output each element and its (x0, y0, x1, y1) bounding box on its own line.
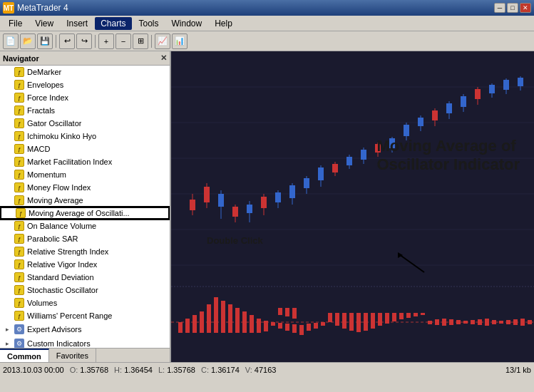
svg-rect-99 (456, 320, 461, 324)
indicator-icon-demarker: ƒ (14, 67, 24, 77)
indicator-obv[interactable]: ƒ On Balance Volume (0, 220, 170, 232)
indicator-mfi[interactable]: ƒ Market Facilitation Index (0, 155, 170, 168)
toolbar-btn-4[interactable]: ↩ (59, 33, 75, 49)
indicator-money-flow[interactable]: ƒ Money Flow Index (0, 181, 170, 194)
svg-rect-20 (261, 197, 267, 208)
toolbar-btn-6[interactable]: + (98, 33, 114, 49)
chart-area[interactable]: Moving Average of Oscillator Indicator D… (171, 51, 534, 362)
svg-rect-48 (461, 96, 466, 107)
indicator-label-rsi: Relative Strength Index (26, 247, 108, 256)
svg-rect-89 (385, 313, 389, 324)
toolbar-btn-2[interactable]: 📂 (20, 33, 36, 49)
svg-rect-87 (371, 313, 375, 329)
tab-favorites[interactable]: Favorites (49, 349, 96, 362)
menu-bar: File View Insert Charts Tools Window Hel… (0, 16, 534, 31)
toolbar-btn-9[interactable]: 📈 (155, 33, 170, 49)
svg-rect-92 (406, 313, 411, 318)
menu-help[interactable]: Help (209, 17, 238, 30)
expert-advisors-header[interactable]: ▸ ⚙ Expert Advisors (0, 322, 170, 336)
toolbar-btn-10[interactable]: 📊 (172, 33, 188, 49)
indicator-fractals[interactable]: ƒ Fractals (0, 104, 170, 117)
indicator-force-index[interactable]: ƒ Force Index (0, 91, 170, 104)
indicator-label-parabolic: Parabolic SAR (26, 234, 78, 243)
navigator-close-button[interactable]: ✕ (160, 53, 167, 63)
indicator-demarker[interactable]: ƒ DeMarker (0, 66, 170, 78)
indicator-volumes[interactable]: ƒ Volumes (0, 296, 170, 309)
indicator-label-gator: Gator Oscillator (26, 119, 81, 128)
indicator-parabolic[interactable]: ƒ Parabolic SAR (0, 232, 170, 245)
svg-rect-94 (421, 313, 425, 315)
svg-rect-103 (485, 319, 489, 326)
navigator-panel: Navigator ✕ ƒ DeMarker ƒ Envelopes ƒ For… (0, 51, 171, 362)
indicator-rvi[interactable]: ƒ Relative Vigor Index (0, 258, 170, 271)
svg-rect-67 (250, 315, 254, 333)
indicator-gator[interactable]: ƒ Gator Oscillator (0, 117, 170, 130)
indicator-ichimoku[interactable]: ƒ Ichimoku Kinko Hyo (0, 130, 170, 143)
custom-indicators-header[interactable]: ▸ ⚙ Custom Indicators (0, 336, 170, 348)
indicator-icon-williams: ƒ (14, 311, 24, 321)
toolbar-sep-1 (56, 35, 56, 48)
svg-rect-58 (185, 319, 190, 333)
svg-rect-56 (518, 78, 523, 86)
svg-rect-10 (190, 200, 195, 210)
menu-window[interactable]: Window (166, 17, 208, 30)
indicator-rsi[interactable]: ƒ Relative Strength Index (0, 245, 170, 258)
toolbar-btn-3[interactable]: 💾 (37, 33, 53, 49)
svg-rect-84 (349, 313, 354, 331)
chart-svg (171, 51, 534, 362)
svg-rect-40 (404, 125, 409, 136)
indicator-label-obv: On Balance Volume (26, 222, 96, 230)
svg-rect-46 (446, 103, 452, 113)
menu-charts[interactable]: Charts (95, 17, 131, 30)
menu-view[interactable]: View (29, 17, 59, 30)
svg-rect-85 (356, 313, 361, 332)
tab-common[interactable]: Common (0, 349, 49, 362)
maximize-button[interactable]: □ (507, 3, 518, 13)
ci-folder-icon: ⚙ (14, 339, 24, 348)
indicator-icon-parabolic: ƒ (14, 234, 24, 244)
indicator-label-rvi: Relative Vigor Index (26, 260, 97, 269)
minimize-button[interactable]: ─ (494, 3, 505, 13)
indicator-icon-fractals: ƒ (14, 105, 24, 115)
navigator-content[interactable]: ƒ DeMarker ƒ Envelopes ƒ Force Index ƒ F… (0, 66, 170, 348)
status-info: 13/1 kb (505, 366, 531, 374)
menu-file[interactable]: File (3, 17, 28, 30)
status-close: C: 1.36174 (201, 366, 240, 374)
indicator-icon-ma: ƒ (14, 195, 24, 205)
indicator-macd[interactable]: ƒ MACD (0, 143, 170, 155)
svg-rect-77 (299, 325, 304, 335)
indicator-momentum[interactable]: ƒ Momentum (0, 168, 170, 181)
svg-rect-59 (192, 315, 197, 333)
menu-insert[interactable]: Insert (61, 17, 93, 30)
toolbar-sep-3 (151, 35, 152, 48)
svg-rect-22 (275, 192, 281, 202)
toolbar-sep-2 (95, 35, 96, 48)
svg-rect-32 (346, 157, 352, 165)
indicator-label-force: Force Index (26, 93, 68, 102)
indicator-mao[interactable]: ƒ Moving Average of Oscillati... (0, 207, 170, 220)
toolbar-btn-1[interactable]: 📄 (3, 33, 19, 49)
svg-rect-60 (200, 311, 204, 333)
toolbar-btn-5[interactable]: ↪ (76, 33, 92, 49)
toolbar-btn-7[interactable]: − (115, 33, 131, 49)
indicator-williams[interactable]: ƒ Williams' Percent Range (0, 309, 170, 322)
svg-rect-81 (328, 313, 332, 322)
svg-rect-75 (285, 324, 289, 331)
svg-rect-83 (342, 313, 346, 329)
indicator-icon-volumes: ƒ (14, 298, 24, 308)
status-low: L: 1.35768 (158, 366, 195, 374)
status-bar: 2013.10.03 00:00 O: 1.35768 H: 1.36454 L… (0, 362, 534, 376)
menu-tools[interactable]: Tools (133, 17, 165, 30)
indicator-stochastic[interactable]: ƒ Stochastic Oscillator (0, 284, 170, 296)
svg-rect-50 (475, 89, 481, 99)
svg-rect-12 (204, 187, 210, 202)
indicators-section: ƒ DeMarker ƒ Envelopes ƒ Force Index ƒ F… (0, 66, 170, 322)
svg-rect-104 (492, 320, 496, 324)
indicator-stddev[interactable]: ƒ Standard Deviation (0, 271, 170, 284)
close-button[interactable]: ✕ (520, 3, 531, 13)
toolbar-btn-8[interactable]: ⊞ (133, 33, 148, 49)
svg-rect-68 (257, 319, 261, 333)
indicator-moving-average[interactable]: ƒ Moving Average (0, 194, 170, 207)
indicator-envelopes[interactable]: ƒ Envelopes (0, 78, 170, 91)
navigator-header: Navigator ✕ (0, 51, 170, 66)
